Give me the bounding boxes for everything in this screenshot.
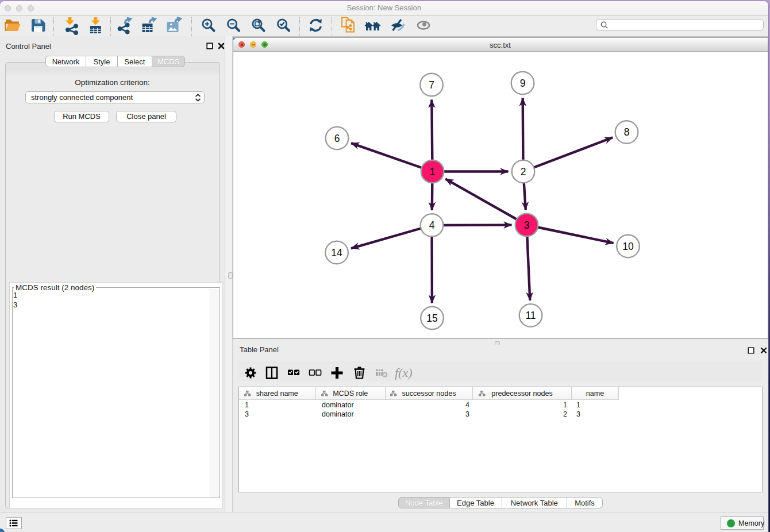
svg-text:3: 3 (523, 219, 529, 230)
svg-text:11: 11 (525, 310, 536, 321)
svg-text:9: 9 (519, 77, 525, 88)
svg-text:6: 6 (334, 132, 340, 144)
svg-text:4: 4 (429, 219, 434, 231)
svg-text:2: 2 (520, 165, 526, 177)
svg-text:14: 14 (331, 246, 342, 258)
svg-text:f(x): f(x) (395, 365, 413, 380)
svg-text:1: 1 (429, 165, 435, 177)
svg-text:10: 10 (622, 240, 634, 252)
svg-text:8: 8 (623, 126, 629, 138)
svg-text:7: 7 (429, 79, 434, 90)
svg-text:15: 15 (426, 312, 437, 323)
